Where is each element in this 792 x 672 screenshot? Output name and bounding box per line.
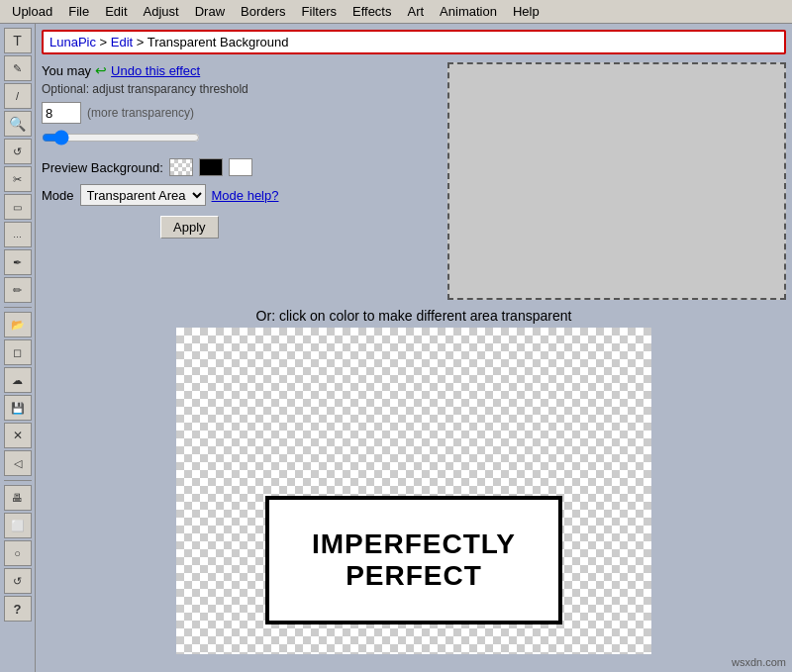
main-layout: T ✎ / 🔍 ↺ ✂ ▭ … ✒ ✏ 📂 ◻ ☁ 💾 ✕ ◁ 🖶 ⬜ ○ ↺ … <box>0 24 792 672</box>
tool-brush[interactable]: ✏ <box>4 277 32 303</box>
mode-select[interactable]: Transparent Area Opaque Area <box>80 184 206 206</box>
tool-line[interactable]: / <box>4 83 32 109</box>
toolbar-divider-1 <box>4 307 32 308</box>
threshold-row: (more transparency) <box>42 102 438 124</box>
tool-crop[interactable]: ✂ <box>4 166 32 192</box>
mode-row: Mode Transparent Area Opaque Area Mode h… <box>42 184 438 206</box>
image-content: IMPERFECTLY PERFECT <box>265 496 562 624</box>
mode-label: Mode <box>42 188 74 203</box>
swatch-checker[interactable] <box>169 158 193 176</box>
undo-link[interactable]: Undo this effect <box>111 63 200 78</box>
menubar: Upload File Edit Adjust Draw Borders Fil… <box>0 0 792 24</box>
menu-adjust[interactable]: Adjust <box>136 2 187 21</box>
preview-bg-row: Preview Background: <box>42 158 438 176</box>
tool-ellipse[interactable]: … <box>4 222 32 247</box>
watermark: wsxdn.com <box>732 656 786 668</box>
mode-help-link[interactable]: Mode help? <box>212 188 279 203</box>
undo-line: You may ↩ Undo this effect <box>42 62 438 78</box>
tool-undo[interactable]: ↺ <box>4 568 32 594</box>
toolbar: T ✎ / 🔍 ↺ ✂ ▭ … ✒ ✏ 📂 ◻ ☁ 💾 ✕ ◁ 🖶 ⬜ ○ ↺ … <box>0 24 36 672</box>
preview-bg-label: Preview Background: <box>42 160 163 175</box>
tool-save[interactable]: 💾 <box>4 395 32 421</box>
or-text: Or: click on color to make different are… <box>42 308 786 324</box>
menu-effects[interactable]: Effects <box>345 2 400 21</box>
undo-arrow-icon: ↩ <box>95 62 107 78</box>
breadcrumb-lunapic[interactable]: LunaPic <box>50 35 96 49</box>
tool-pencil[interactable]: ✎ <box>4 55 32 81</box>
undo-prefix: You may <box>42 63 91 78</box>
swatch-black[interactable] <box>199 158 223 176</box>
menu-help[interactable]: Help <box>505 2 547 21</box>
controls-panel: You may ↩ Undo this effect Optional: adj… <box>42 62 438 300</box>
breadcrumb-current: Transparent Background <box>148 35 289 49</box>
breadcrumb: LunaPic > Edit > Transparent Background <box>42 30 786 54</box>
tool-arrow[interactable]: ◁ <box>4 450 32 476</box>
swatch-white[interactable] <box>229 158 252 176</box>
tool-zoom[interactable]: 🔍 <box>4 111 32 137</box>
tool-pen[interactable]: ✒ <box>4 249 32 275</box>
threshold-input[interactable] <box>42 102 81 124</box>
threshold-hint: (more transparency) <box>87 106 194 120</box>
image-text-line2: PERFECT <box>346 560 482 592</box>
menu-animation[interactable]: Animation <box>432 2 505 21</box>
tool-print[interactable]: 🖶 <box>4 485 32 511</box>
breadcrumb-sep-1: > <box>100 35 111 49</box>
tool-eraser[interactable]: ◻ <box>4 339 32 365</box>
apply-button[interactable]: Apply <box>160 216 219 239</box>
breadcrumb-edit[interactable]: Edit <box>111 35 133 49</box>
menu-filters[interactable]: Filters <box>294 2 345 21</box>
menu-draw[interactable]: Draw <box>187 2 233 21</box>
content-area: LunaPic > Edit > Transparent Background … <box>36 24 792 672</box>
optional-label: Optional: adjust transparancy threshold <box>42 82 438 96</box>
menu-edit[interactable]: Edit <box>97 2 135 21</box>
two-col-layout: You may ↩ Undo this effect Optional: adj… <box>42 62 786 300</box>
tool-square[interactable]: ⬜ <box>4 513 32 538</box>
menu-borders[interactable]: Borders <box>233 2 294 21</box>
menu-art[interactable]: Art <box>399 2 432 21</box>
tool-open[interactable]: 📂 <box>4 312 32 337</box>
toolbar-divider-2 <box>4 480 32 481</box>
threshold-slider[interactable] <box>42 130 200 145</box>
tool-rotate[interactable]: ↺ <box>4 139 32 164</box>
preview-inner <box>449 64 784 298</box>
tool-delete[interactable]: ✕ <box>4 423 32 448</box>
tool-rectangle[interactable]: ▭ <box>4 194 32 220</box>
breadcrumb-sep-2: > <box>137 35 148 49</box>
image-text-line1: IMPERFECTLY <box>312 528 516 560</box>
slider-container <box>42 130 438 148</box>
tool-smudge[interactable]: ☁ <box>4 367 32 393</box>
tool-circle[interactable]: ○ <box>4 540 32 566</box>
tool-help[interactable]: ? <box>4 596 32 622</box>
image-canvas[interactable]: IMPERFECTLY PERFECT <box>176 328 651 654</box>
tool-text[interactable]: T <box>4 28 32 53</box>
preview-box[interactable] <box>447 62 786 300</box>
menu-upload[interactable]: Upload <box>4 2 60 21</box>
menu-file[interactable]: File <box>60 2 97 21</box>
